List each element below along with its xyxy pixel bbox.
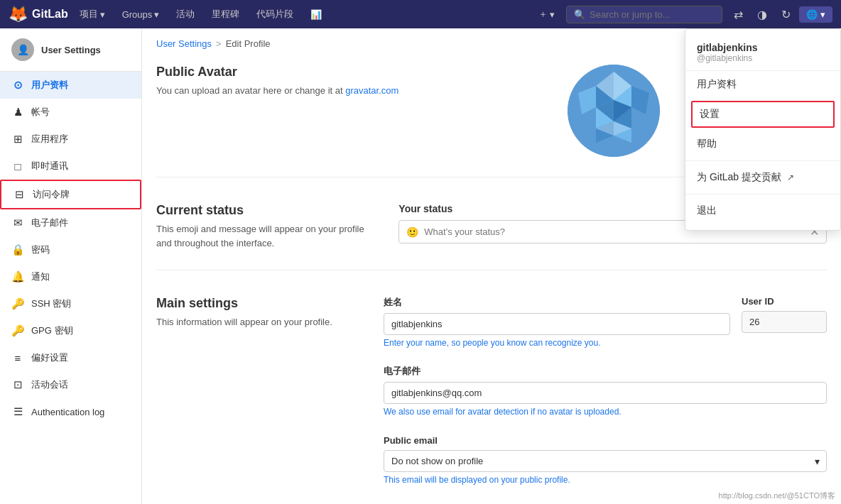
breadcrumb-separator: > (216, 38, 222, 49)
sidebar-item-label: 即时通讯 (31, 160, 68, 172)
account-icon: ♟ (11, 106, 24, 119)
user-menu-button[interactable]: 🌐 ▾ (799, 6, 832, 23)
sidebar-item-chat[interactable]: □ 即时通讯 (0, 153, 141, 180)
todos-icon[interactable]: ↻ (776, 8, 796, 21)
sidebar-item-label: SSH 密钥 (31, 297, 71, 310)
sidebar-item-gpg[interactable]: 🔑 GPG 密钥 (0, 317, 141, 344)
sidebar-item-account[interactable]: ♟ 帐号 (0, 99, 141, 126)
sidebar-item-notifications[interactable]: 🔔 通知 (0, 263, 141, 290)
dropdown-username: gitlabjenkins (697, 42, 829, 53)
auth-log-icon: ☰ (11, 405, 24, 418)
notifications-icon: 🔔 (11, 270, 24, 283)
sidebar-header: 👤 User Settings (0, 28, 141, 72)
sidebar-item-label: 用户资料 (31, 79, 68, 92)
sidebar-item-ssh[interactable]: 🔑 SSH 密钥 (0, 290, 141, 317)
user-id-value: 26 (742, 311, 827, 333)
nav-groups[interactable]: Groups ▾ (116, 9, 166, 20)
avatar: 👤 (11, 38, 34, 61)
status-section-title: Current status (156, 203, 370, 218)
sidebar-item-active-sessions[interactable]: ⊡ 活动会话 (0, 371, 141, 398)
sidebar-item-label: 活动会话 (31, 378, 68, 391)
sidebar-item-auth-log[interactable]: ☰ Authentication log (0, 398, 141, 425)
name-field-hint: Enter your name, so people you know can … (384, 338, 730, 348)
dropdown-item-profile[interactable]: 用户资料 (685, 71, 840, 98)
avatar-section-title: Public Avatar (156, 65, 539, 80)
issues-icon[interactable]: ◑ (752, 8, 773, 21)
sidebar-item-label: 密码 (31, 243, 50, 256)
name-field-label: 姓名 (384, 296, 730, 309)
topnav-logo[interactable]: 🦊 GitLab (9, 5, 68, 23)
topnav: 🦊 GitLab 项目 ▾ Groups ▾ 活动 里程碑 代码片段 📊 ＋ ▾… (0, 0, 841, 28)
sessions-icon: ⊡ (11, 378, 24, 391)
sidebar-item-email[interactable]: ✉ 电子邮件 (0, 209, 141, 236)
gravatar-link[interactable]: gravatar.com (345, 85, 398, 96)
dropdown-item-settings[interactable]: 设置 (691, 101, 835, 128)
search-box[interactable]: 🔍 (566, 6, 722, 23)
chevron-down-icon: ▾ (550, 9, 555, 20)
user-id-label: User ID (742, 296, 827, 307)
nav-activity[interactable]: 活动 (170, 8, 200, 21)
status-section-desc: This emoji and message will appear on yo… (156, 222, 370, 250)
search-icon: 🔍 (574, 9, 585, 20)
dropdown-divider (685, 160, 840, 161)
nav-plus-button[interactable]: ＋ ▾ (533, 8, 560, 21)
dropdown-header: gitlabjenkins @gitlabjenkins (685, 35, 840, 71)
password-icon: 🔒 (11, 243, 24, 256)
topnav-brand: GitLab (32, 8, 68, 21)
avatar-section-desc: You can upload an avatar here or change … (156, 84, 539, 98)
globe-icon: 🌐 (806, 9, 818, 20)
main-settings-desc: This information will appear on your pro… (156, 315, 355, 329)
sidebar-item-label: 电子邮件 (31, 217, 68, 229)
nav-milestones[interactable]: 里程碑 (206, 8, 245, 21)
avatar-preview (568, 65, 660, 157)
ssh-icon: 🔑 (11, 297, 24, 310)
sidebar-item-label: 偏好设置 (31, 351, 68, 364)
public-email-label: Public email (384, 435, 827, 446)
nav-projects[interactable]: 项目 ▾ (74, 8, 111, 21)
email-field-hint: We also use email for avatar detection i… (384, 407, 827, 417)
dropdown-handle: @gitlabjenkins (697, 53, 829, 63)
email-icon: ✉ (11, 217, 24, 229)
sidebar: 👤 User Settings ⊙ 用户资料 ♟ 帐号 ⊞ 应用程序 □ 即时通… (0, 28, 142, 504)
profile-icon: ⊙ (11, 79, 24, 92)
sidebar-item-label: GPG 密钥 (31, 324, 73, 337)
sidebar-title: User Settings (41, 45, 101, 55)
gpg-icon: 🔑 (11, 324, 24, 337)
sidebar-item-applications[interactable]: ⊞ 应用程序 (0, 126, 141, 153)
sidebar-item-access-tokens[interactable]: ⊟ 访问令牌 (0, 180, 141, 209)
email-input[interactable] (384, 382, 827, 404)
sidebar-item-password[interactable]: 🔒 密码 (0, 236, 141, 263)
main-settings-section: Main settings This information will appe… (156, 296, 827, 504)
avatar-svg (568, 65, 660, 157)
search-input[interactable] (590, 9, 715, 20)
main-settings-title: Main settings (156, 296, 355, 311)
dropdown-item-contribute[interactable]: 为 GitLab 提交贡献 ↗ (685, 164, 840, 191)
sidebar-item-label: 通知 (31, 270, 50, 283)
applications-icon: ⊞ (11, 133, 24, 146)
sidebar-item-label: 帐号 (31, 106, 50, 119)
public-email-select[interactable]: Do not show on profile (384, 450, 827, 472)
nav-snippets[interactable]: 代码片段 (251, 8, 299, 21)
sidebar-item-preferences[interactable]: ≡ 偏好设置 (0, 344, 141, 371)
nav-chart-icon[interactable]: 📊 (305, 9, 327, 20)
public-email-hint: This email will be displayed on your pub… (384, 475, 827, 485)
dropdown-item-logout[interactable]: 退出 (685, 197, 840, 224)
external-link-icon: ↗ (787, 172, 794, 182)
breadcrumb-parent[interactable]: User Settings (156, 38, 212, 49)
chevron-down-icon: ▾ (100, 9, 105, 20)
name-input[interactable] (384, 313, 730, 335)
chevron-down-icon: ▾ (820, 9, 825, 20)
user-dropdown-menu: gitlabjenkins @gitlabjenkins 用户资料 设置 帮助 … (685, 28, 841, 231)
email-field-label: 电子邮件 (384, 365, 827, 378)
sidebar-item-label: 应用程序 (31, 133, 68, 146)
watermark: http://blog.csdn.net/@51CTO博客 (719, 491, 835, 501)
sidebar-item-label: 访问令牌 (33, 188, 70, 201)
dropdown-item-help[interactable]: 帮助 (685, 131, 840, 158)
merge-requests-icon[interactable]: ⇄ (728, 8, 749, 21)
sidebar-item-profile[interactable]: ⊙ 用户资料 (0, 72, 141, 99)
emoji-icon[interactable]: 🙂 (406, 226, 418, 238)
gitlab-fox-icon: 🦊 (9, 5, 28, 23)
sidebar-item-label: Authentication log (31, 407, 104, 417)
plus-icon: ＋ (538, 8, 548, 21)
preferences-icon: ≡ (11, 352, 24, 364)
